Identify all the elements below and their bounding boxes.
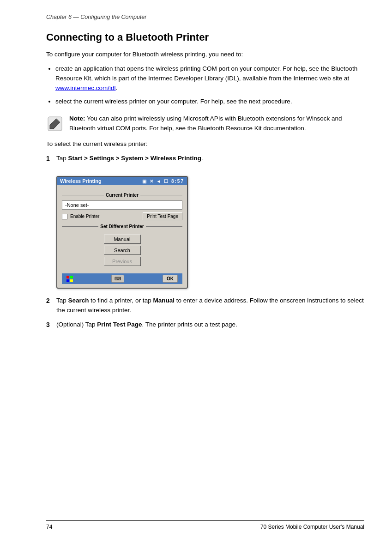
step-1-text: Tap Start > Settings > System > Wireless… xyxy=(56,154,364,163)
bullet-1-period: . xyxy=(116,85,118,91)
windows-icon xyxy=(66,276,73,282)
current-printer-label: Current Printer xyxy=(62,193,182,198)
taskbar-start-button[interactable] xyxy=(66,276,73,282)
to-select-text: To select the current wireless printer: xyxy=(46,140,364,147)
printer-display: -None set- xyxy=(62,200,182,210)
svg-rect-3 xyxy=(70,276,73,278)
footer-manual-title: 70 Series Mobile Computer User's Manual xyxy=(260,524,364,530)
step-2-number: 2 xyxy=(46,296,56,306)
bullet-item-2: select the current wireless printer on y… xyxy=(55,97,364,107)
footer-page-number: 74 xyxy=(46,524,52,530)
page-header: Chapter 6 — Configuring the Computer xyxy=(46,14,364,20)
set-different-printer-label: Set Different Printer xyxy=(62,224,182,229)
svg-rect-4 xyxy=(66,279,69,282)
step-2: 2 Tap Search to find a printer, or tap M… xyxy=(46,296,364,315)
svg-rect-2 xyxy=(66,276,69,278)
device-title-text: Wireless Printing xyxy=(60,178,102,184)
step-3-bold: Print Test Page xyxy=(97,321,142,328)
intermec-link[interactable]: www.intermec.com/idl xyxy=(55,85,116,91)
device-taskbar: ⌨ OK xyxy=(62,273,182,284)
enable-row: Enable Printer Print Test Page xyxy=(62,212,182,220)
device-screen: Current Printer -None set- Enable Printe… xyxy=(57,185,187,288)
step-3: 3 (Optional) Tap Print Test Page. The pr… xyxy=(46,320,364,330)
svg-rect-5 xyxy=(70,279,73,282)
previous-button[interactable]: Previous xyxy=(104,257,141,266)
enable-checkbox[interactable] xyxy=(62,214,67,219)
step-2-bold1: Search xyxy=(68,297,89,304)
intro-text: To configure your computer for Bluetooth… xyxy=(46,50,364,60)
device-title-bar: Wireless Printing ▣ ✕ ◄ ☐ 8:57 xyxy=(57,177,187,185)
ok-button[interactable]: OK xyxy=(163,275,178,283)
enable-label: Enable Printer xyxy=(70,214,99,219)
note-label: Note: xyxy=(69,115,85,122)
keyboard-button[interactable]: ⌨ xyxy=(111,275,124,283)
device-screenshot: Wireless Printing ▣ ✕ ◄ ☐ 8:57 Current P… xyxy=(56,176,188,289)
step-1: 1 Tap Start > Settings > System > Wirele… xyxy=(46,154,364,164)
bullet-1-text-before: create an application that opens the wir… xyxy=(55,65,357,82)
step-3-text: (Optional) Tap Print Test Page. The prin… xyxy=(56,320,364,330)
section-heading: Connecting to a Bluetooth Printer xyxy=(46,31,364,43)
search-button[interactable]: Search xyxy=(104,246,141,255)
step-1-bold: Start > Settings > System > Wireless Pri… xyxy=(68,155,201,162)
device-frame: Wireless Printing ▣ ✕ ◄ ☐ 8:57 Current P… xyxy=(56,176,188,289)
printer-buttons: Manual Search Previous xyxy=(62,232,182,270)
step-3-number: 3 xyxy=(46,320,56,330)
chapter-title: Chapter 6 — Configuring the Computer xyxy=(46,14,146,20)
step-2-text: Tap Search to find a printer, or tap Man… xyxy=(56,296,364,315)
step-2-bold2: Manual xyxy=(153,297,175,304)
bullet-list: create an application that opens the wir… xyxy=(55,64,364,107)
note-box: Note: You can also print wirelessly usin… xyxy=(46,114,364,133)
step-1-number: 1 xyxy=(46,154,56,164)
print-test-page-button[interactable]: Print Test Page xyxy=(143,212,182,220)
manual-button[interactable]: Manual xyxy=(104,235,141,244)
note-icon xyxy=(46,115,64,133)
page-footer: 74 70 Series Mobile Computer User's Manu… xyxy=(46,520,364,530)
bullet-2-text: select the current wireless printer on y… xyxy=(55,98,292,105)
device-status-icons: ▣ ✕ ◄ ☐ 8:57 xyxy=(142,179,184,184)
bullet-item-1: create an application that opens the wir… xyxy=(55,64,364,93)
note-text: Note: You can also print wirelessly usin… xyxy=(69,114,364,133)
note-body: You can also print wirelessly using Micr… xyxy=(69,115,342,132)
